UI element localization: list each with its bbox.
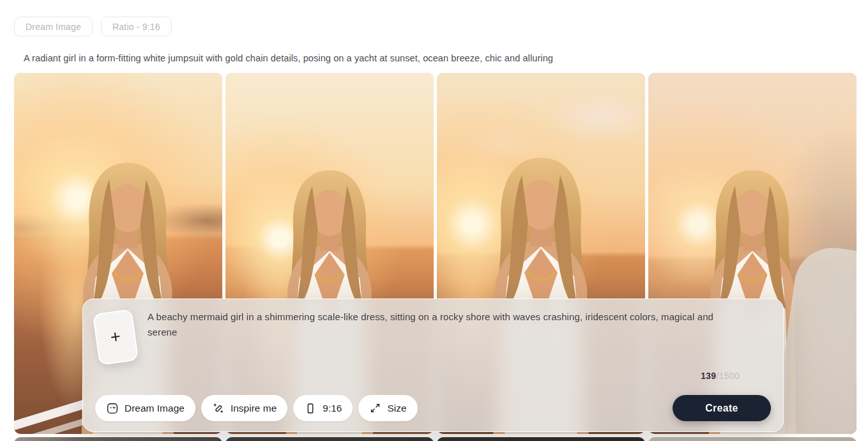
- add-reference-card[interactable]: +: [93, 309, 139, 366]
- mode-button-label: Dream Image: [125, 403, 185, 414]
- next-image-1[interactable]: [14, 437, 222, 441]
- ratio-button[interactable]: 9:16: [293, 395, 353, 421]
- size-button-label: Size: [387, 403, 406, 414]
- inspire-me-button[interactable]: Inspire me: [201, 395, 287, 421]
- size-button[interactable]: Size: [358, 395, 417, 421]
- filter-pill-ratio[interactable]: Ratio - 9:16: [101, 17, 172, 36]
- filter-pill-dream-image[interactable]: Dream Image: [14, 17, 93, 36]
- char-limit: /1500: [716, 371, 740, 381]
- composer-panel: + A beachy mermaid girl in a shimmering …: [82, 298, 784, 432]
- plus-icon: +: [109, 328, 121, 346]
- expand-arrows-icon: [369, 402, 381, 414]
- composer-actions: Dream Image Inspire me 9:16: [95, 395, 418, 421]
- prompt-input[interactable]: A beachy mermaid girl in a shimmering sc…: [148, 309, 742, 340]
- char-count: 139: [701, 371, 716, 381]
- next-image-3[interactable]: [437, 437, 645, 441]
- inspire-button-label: Inspire me: [231, 403, 277, 414]
- phone-portrait-icon: [304, 402, 317, 415]
- next-image-2[interactable]: [225, 437, 434, 441]
- create-button[interactable]: Create: [673, 395, 771, 421]
- ratio-button-label: 9:16: [323, 403, 342, 414]
- mode-button[interactable]: Dream Image: [95, 395, 195, 421]
- smiley-face-icon: [106, 402, 119, 415]
- next-image-4[interactable]: [648, 437, 857, 441]
- magic-pen-sparkle-icon: [212, 402, 225, 415]
- char-counter: 139/1500: [701, 371, 740, 381]
- next-result-row: [14, 437, 857, 441]
- filter-bar: Dream Image Ratio - 9:16: [14, 17, 172, 36]
- generation-prompt-text: A radiant girl in a form-fitting white j…: [24, 53, 553, 63]
